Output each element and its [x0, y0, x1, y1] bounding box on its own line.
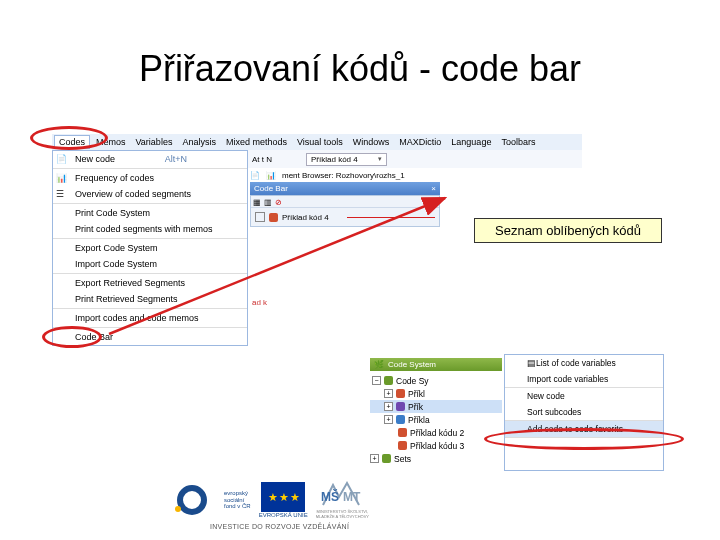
- menu-item-overview[interactable]: ☰Overview of coded segments: [53, 186, 247, 202]
- menu-language[interactable]: Language: [447, 136, 495, 148]
- cmenu-list-vars[interactable]: ▤List of code variables: [505, 355, 663, 371]
- highlight-code-bar-item: [42, 326, 102, 348]
- code-bar-header: Code Bar ×: [250, 182, 440, 195]
- code-icon: [396, 415, 405, 424]
- doc-icon: 📄: [250, 171, 260, 180]
- code-bar-panel: Code Bar × ▦ ▥ ⊘ Příklad kód 4: [250, 182, 440, 227]
- tree-root[interactable]: −Code Sy: [370, 374, 502, 387]
- favorite-code-row[interactable]: Příklad kód 4: [251, 208, 439, 226]
- close-icon[interactable]: ×: [431, 184, 436, 193]
- svg-text:MŠ: MŠ: [321, 489, 339, 504]
- collapse-icon[interactable]: −: [372, 376, 381, 385]
- expand-icon[interactable]: +: [384, 389, 393, 398]
- menu-variables[interactable]: Variables: [132, 136, 177, 148]
- checkbox[interactable]: [255, 212, 265, 222]
- expand-icon[interactable]: +: [384, 402, 393, 411]
- menu-item-export-ret[interactable]: Export Retrieved Segments: [53, 275, 247, 291]
- menu-toolbars[interactable]: Toolbars: [497, 136, 539, 148]
- menu-analysis[interactable]: Analysis: [178, 136, 220, 148]
- stop-icon[interactable]: ⊘: [275, 198, 282, 205]
- table-icon: 📊: [266, 171, 276, 180]
- new-icon: 📄: [56, 154, 68, 166]
- menu-item-print-ret[interactable]: Print Retrieved Segments: [53, 291, 247, 307]
- code-system-header: 🌿 Code System: [370, 358, 502, 371]
- menu-item-import-memos[interactable]: Import codes and code memos: [53, 310, 247, 326]
- list-icon: ☰: [56, 189, 68, 201]
- code-icon: [396, 389, 405, 398]
- context-menu: ▤List of code variables Import code vari…: [504, 354, 664, 471]
- menu-windows[interactable]: Windows: [349, 136, 394, 148]
- eu-logo: ★ ★ ★ EVROPSKÁ UNIE: [259, 478, 308, 522]
- esf-text: evropskýsociálnífond v ČR: [224, 478, 251, 522]
- callout-favorites: Seznam oblíbených kódů: [474, 218, 662, 243]
- favorite-code-label: Příklad kód 4: [282, 213, 329, 222]
- sub-toolbar: 📄 📊 ment Browser: Rozhovory\rozhs_1: [250, 168, 405, 182]
- tb-icon[interactable]: ▥: [264, 198, 272, 205]
- menu-maxdictio[interactable]: MAXDictio: [395, 136, 445, 148]
- tb-icon[interactable]: ▦: [253, 198, 261, 205]
- code-bar-title: Code Bar: [254, 184, 288, 193]
- underline: [347, 217, 435, 218]
- tree-item[interactable]: Příklad kódu 3: [370, 439, 502, 452]
- cmenu-item[interactable]: [505, 454, 663, 470]
- cut-text: ad k: [252, 298, 267, 307]
- footer-caption: INVESTICE DO ROZVOJE VZDĚLÁVÁNÍ: [210, 523, 349, 530]
- tree-icon: 🌿: [374, 360, 384, 369]
- code-icon: [398, 428, 407, 437]
- cmenu-new-code[interactable]: New code: [505, 388, 663, 404]
- slide-title: Přiřazovaní kódů - code bar: [0, 48, 720, 90]
- menu-mixed[interactable]: Mixed methods: [222, 136, 291, 148]
- tree-item-selected[interactable]: +Přík: [370, 400, 502, 413]
- code-combo[interactable]: Příklad kód 4: [306, 153, 387, 166]
- list-icon: ▤: [527, 358, 536, 368]
- doc-path: ment Browser: Rozhovory\rozhs_1: [282, 171, 405, 180]
- menu-visual[interactable]: Visual tools: [293, 136, 347, 148]
- svg-point-1: [175, 506, 181, 512]
- app-screenshot-top: Codes Memos Variables Analysis Mixed met…: [52, 134, 582, 364]
- expand-icon[interactable]: +: [370, 454, 379, 463]
- toolbar-attn: At t N: [252, 155, 272, 164]
- codes-dropdown-menu: 📄 New codeAlt+N 📊Frequency of codes ☰Ove…: [52, 150, 248, 346]
- expand-icon[interactable]: +: [384, 415, 393, 424]
- code-color-icon: [269, 213, 278, 222]
- tree-item[interactable]: Příklad kódu 2: [370, 426, 502, 439]
- sponsor-logos: evropskýsociálnífond v ČR ★ ★ ★ EVROPSKÁ…: [168, 478, 369, 522]
- menu-item-export-sys[interactable]: Export Code System: [53, 240, 247, 256]
- svg-text:MT: MT: [343, 490, 361, 504]
- code-icon: [396, 402, 405, 411]
- cmenu-sort[interactable]: Sort subcodes: [505, 404, 663, 420]
- highlight-codes-menu: [30, 126, 108, 150]
- menu-item-print-seg[interactable]: Print coded segments with memos: [53, 221, 247, 237]
- menu-item-new-code[interactable]: 📄 New codeAlt+N: [53, 151, 247, 167]
- app-screenshot-bottom: 🌿 Code System −Code Sy +Příkl +Přík +Pří…: [370, 358, 670, 371]
- tree-sets[interactable]: +Sets: [370, 452, 502, 465]
- menu-item-print-sys[interactable]: Print Code System: [53, 205, 247, 221]
- code-icon: [398, 441, 407, 450]
- menu-item-frequency[interactable]: 📊Frequency of codes: [53, 170, 247, 186]
- highlight-add-favorite: [484, 428, 684, 450]
- folder-icon: [384, 376, 393, 385]
- menu-item-import-sys[interactable]: Import Code System: [53, 256, 247, 272]
- chart-icon: 📊: [56, 173, 68, 185]
- code-combo-value: Příklad kód 4: [311, 155, 358, 164]
- folder-icon: [382, 454, 391, 463]
- esf-logo: [168, 478, 216, 522]
- menubar: Codes Memos Variables Analysis Mixed met…: [52, 134, 582, 150]
- tree-item[interactable]: +Příkla: [370, 413, 502, 426]
- tree-item[interactable]: +Příkl: [370, 387, 502, 400]
- msmt-logo: MŠMT MINISTERSTVO ŠKOLSTVÍ, MLÁDEŽE A TĚ…: [316, 478, 369, 522]
- code-tree: −Code Sy +Příkl +Přík +Příkla Příklad kó…: [370, 374, 502, 465]
- cmenu-import-vars[interactable]: Import code variables: [505, 371, 663, 387]
